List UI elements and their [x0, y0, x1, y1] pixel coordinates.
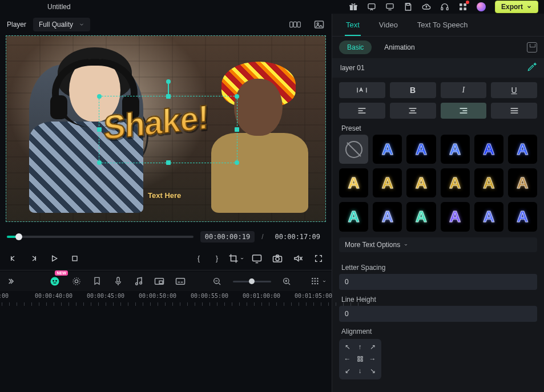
preset-swatch-17[interactable]: A: [508, 202, 537, 231]
preset-swatch-2[interactable]: A: [406, 135, 436, 164]
preset-swatch-16[interactable]: A: [474, 202, 503, 231]
prev-frame-button[interactable]: [7, 252, 19, 265]
subtab-animation[interactable]: Animation: [376, 41, 422, 54]
player-header: Player Full Quality: [0, 14, 332, 35]
mark-in-button[interactable]: {: [194, 253, 204, 264]
avatar[interactable]: [477, 2, 486, 11]
tab-text[interactable]: Text: [345, 15, 361, 36]
svg-rect-9: [464, 3, 466, 6]
next-frame-button[interactable]: [27, 252, 40, 265]
preset-swatch-11[interactable]: A: [508, 168, 537, 197]
effects-icon[interactable]: [71, 275, 81, 288]
svg-rect-40: [317, 278, 318, 279]
track-options-icon[interactable]: [312, 275, 325, 288]
align-tl[interactable]: ↖: [342, 342, 352, 352]
letter-spacing-label: Letter Spacing: [332, 258, 544, 274]
ai-edit-button[interactable]: ✦: [526, 63, 536, 73]
save-preset-button[interactable]: [527, 42, 537, 52]
align-mc[interactable]: [355, 354, 365, 364]
record-screen-button[interactable]: [251, 252, 263, 265]
align-tc[interactable]: ↑: [355, 342, 365, 352]
quality-dropdown[interactable]: Full Quality: [33, 18, 90, 31]
save-icon[interactable]: [404, 2, 413, 11]
align-ml[interactable]: ←: [342, 354, 352, 364]
preset-swatch-6[interactable]: A: [339, 168, 368, 197]
preset-swatch-4[interactable]: A: [474, 135, 503, 164]
export-button[interactable]: Export: [495, 1, 538, 13]
apps-icon[interactable]: [458, 2, 468, 11]
rotate-handle[interactable]: [166, 79, 171, 84]
fullscreen-button[interactable]: [312, 252, 325, 265]
zoom-out-button[interactable]: [212, 275, 222, 288]
preset-swatch-15[interactable]: A: [441, 202, 470, 231]
chat-icon[interactable]: [367, 2, 376, 11]
line-height-input[interactable]: 0: [339, 306, 537, 322]
pip-icon[interactable]: [154, 275, 164, 288]
svg-point-22: [53, 280, 55, 282]
align-justify-button[interactable]: [491, 103, 537, 119]
gift-icon[interactable]: [349, 2, 358, 11]
preset-swatch-0[interactable]: [339, 135, 368, 164]
timeline-ruler[interactable]: 5:0000:00:40:0000:00:45:0000:00:50:0000:…: [0, 291, 332, 359]
headset-icon[interactable]: [440, 2, 449, 11]
tab-tts[interactable]: Text To Speech: [416, 15, 469, 36]
preset-swatch-14[interactable]: A: [406, 202, 436, 231]
ai-assistant-button[interactable]: NEW: [49, 275, 61, 288]
mute-button[interactable]: [292, 252, 304, 265]
align-bl[interactable]: ↙: [342, 366, 352, 376]
time-sep: /: [261, 233, 263, 241]
mark-out-button[interactable]: }: [212, 253, 222, 264]
align-center-button[interactable]: [390, 103, 436, 119]
scrub-track[interactable]: [7, 236, 194, 238]
preset-swatch-3[interactable]: A: [441, 135, 470, 164]
tab-video[interactable]: Video: [378, 15, 399, 36]
bold-button[interactable]: B: [390, 82, 436, 98]
preset-swatch-1[interactable]: A: [373, 135, 402, 164]
svg-rect-37: [315, 278, 316, 279]
preset-swatch-9[interactable]: A: [441, 168, 470, 197]
align-mr[interactable]: →: [368, 354, 377, 364]
subtitle-text-overlay[interactable]: Text Here: [148, 191, 181, 200]
align-bc[interactable]: ↓: [355, 366, 365, 376]
more-text-options[interactable]: More Text Options: [339, 237, 537, 252]
align-right-button[interactable]: [441, 103, 487, 119]
thumbnail-icon[interactable]: [313, 19, 325, 30]
play-button[interactable]: [48, 252, 61, 265]
preview-canvas[interactable]: Shake! Text Here: [6, 35, 326, 222]
svg-rect-12: [290, 22, 293, 27]
align-tr[interactable]: ↗: [368, 342, 377, 352]
svg-point-25: [73, 278, 80, 285]
preset-swatch-12[interactable]: A: [339, 202, 368, 231]
align-left-button[interactable]: [339, 103, 385, 119]
inspector-panel: Text Video Text To Speech Basic Animatio…: [332, 14, 544, 392]
align-br[interactable]: ↘: [368, 366, 377, 376]
caption-icon[interactable]: [175, 275, 186, 288]
voiceover-icon[interactable]: [112, 275, 123, 288]
preset-swatch-13[interactable]: A: [373, 202, 402, 231]
svg-rect-17: [72, 256, 77, 261]
compare-icon[interactable]: [289, 19, 301, 30]
quality-value: Full Quality: [39, 21, 73, 29]
selection-box[interactable]: [99, 96, 237, 163]
audio-icon[interactable]: [134, 275, 144, 288]
cloud-upload-icon[interactable]: [422, 2, 431, 11]
zoom-slider[interactable]: [233, 281, 271, 282]
expand-tracks-button[interactable]: [7, 275, 17, 288]
preset-swatch-7[interactable]: A: [373, 168, 402, 197]
monitor-icon[interactable]: [385, 2, 394, 11]
subtab-basic[interactable]: Basic: [339, 41, 372, 54]
preset-swatch-5[interactable]: A: [508, 135, 537, 164]
svg-point-21: [51, 277, 59, 286]
italic-button[interactable]: I: [441, 82, 487, 98]
character-spacing-button[interactable]: [339, 82, 385, 98]
zoom-in-button[interactable]: [281, 275, 292, 288]
stop-button[interactable]: [68, 252, 81, 265]
preset-swatch-8[interactable]: A: [406, 168, 436, 197]
preset-swatch-10[interactable]: A: [474, 168, 503, 197]
markers-icon[interactable]: [92, 275, 102, 288]
svg-rect-42: [317, 283, 318, 284]
letter-spacing-input[interactable]: 0: [339, 274, 537, 290]
snapshot-button[interactable]: [271, 252, 284, 265]
underline-button[interactable]: U: [491, 82, 537, 98]
crop-button[interactable]: [230, 252, 243, 265]
